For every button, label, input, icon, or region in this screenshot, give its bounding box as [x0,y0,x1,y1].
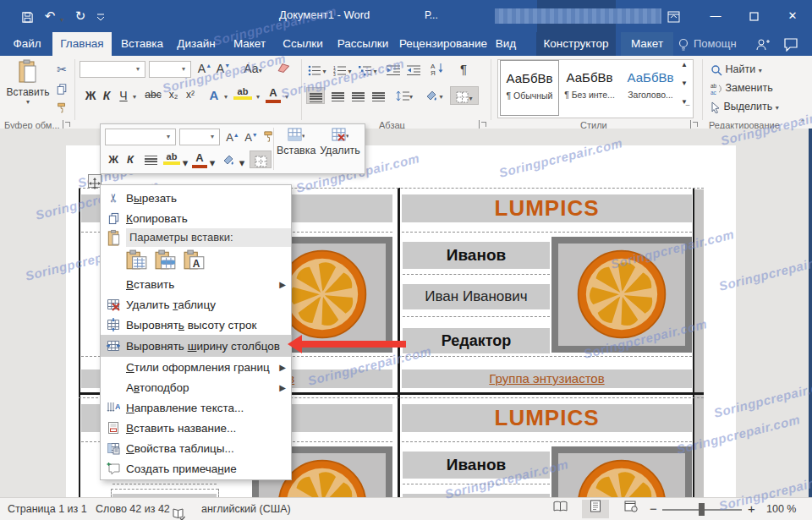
change-case-button[interactable]: Аа▾ [240,62,266,75]
line-spacing-button[interactable]: ▾ [392,88,416,101]
tab-view[interactable]: Вид [489,32,523,56]
bullets-button[interactable]: ▾ [306,63,328,76]
zoom-slider-handle[interactable] [699,503,705,516]
tab-file[interactable]: Файл [5,32,49,56]
paste-merge-table-icon[interactable] [155,249,178,271]
italic-button[interactable]: К [100,89,113,102]
mini-shading-dropdown-icon[interactable]: ▾ [238,156,246,169]
decrease-indent-button[interactable] [384,63,403,76]
text-effects-dropdown-icon[interactable]: ▾ [222,93,230,101]
menu-item-insert[interactable]: Вставить▶ [101,274,291,294]
ribbon-display-options-button[interactable] [662,5,684,27]
mini-shading-button[interactable] [219,152,238,166]
paste-keep-formatting-icon[interactable] [126,249,149,271]
tab-table-layout[interactable]: Макет [621,32,673,56]
menu-item-new-comment[interactable]: Создать примечание [101,458,291,479]
menu-item-copy[interactable]: Копировать [101,208,291,228]
mini-align-button[interactable] [141,155,160,167]
font-size-combo[interactable]: ▾ [149,61,191,78]
mini-insert-table-button[interactable]: ▾ Вставка [277,128,315,156]
select-button[interactable]: Выделить ▾ [710,98,779,115]
superscript-button[interactable]: x² [183,89,198,101]
style-normal[interactable]: АаБбВв¶ Обычный [500,60,559,116]
mini-font-color-button[interactable]: А [192,151,207,168]
menu-item-distribute-rows[interactable]: Выровнять высоту строк [101,315,291,335]
mini-shrink-font-button[interactable]: А▼ [243,131,260,144]
redo-button[interactable]: ↻ [73,8,88,25]
tab-mailings[interactable]: Рассылки [330,32,396,56]
card-r1-c2-header[interactable]: LUMPICS [402,194,692,222]
mini-highlight-dropdown-icon[interactable]: ▾ [181,156,189,169]
paste-button[interactable]: Вставить ▾ [5,59,51,115]
close-button[interactable]: ✕ [782,5,804,27]
zoom-in-button[interactable]: + [748,498,755,520]
align-right-button[interactable] [348,90,367,104]
tab-home[interactable]: Главная [52,32,112,56]
share-icon[interactable] [755,36,771,52]
zoom-level[interactable]: 100 % [766,498,796,520]
tab-references[interactable]: Ссылки [277,32,328,56]
undo-dropdown-icon[interactable]: ▾ [58,12,66,29]
strikethrough-button[interactable]: abc [142,89,164,101]
zoom-out-button[interactable]: − [650,498,657,520]
card-r2-c2-orange-image[interactable] [551,446,692,497]
language-status[interactable]: английский (США) [201,498,291,520]
maximize-button[interactable] [743,5,765,27]
mini-format-painter-button[interactable] [260,129,277,143]
mini-italic-button[interactable]: К [123,153,137,166]
minimize-button[interactable]: — [705,5,727,27]
align-center-button[interactable] [328,90,347,104]
menu-item-delete-table[interactable]: Удалить таблицу [101,294,291,315]
card-r1-c2-group-link[interactable]: Группа энтузиастов [402,369,692,388]
clear-formatting-button[interactable] [272,62,293,75]
replace-button[interactable]: abac Заменить [710,79,773,96]
card-r1-c2-fullname[interactable]: Иван Иванович [403,284,550,309]
tell-me-lightbulb-icon[interactable] [677,36,690,52]
cut-button[interactable]: ✂ [52,63,71,76]
mini-borders-button[interactable] [250,151,272,168]
tell-me-label[interactable]: Помощн [694,37,737,50]
text-highlight-button[interactable]: ab [233,86,252,100]
menu-item-text-direction[interactable]: АНаправление текста... [101,397,291,418]
print-layout-button[interactable] [582,500,609,518]
word-count-status[interactable]: Слово 42 из 42 [96,498,170,520]
menu-item-insert-caption[interactable]: Вставить название... [101,418,291,438]
tab-insert[interactable]: Вставка [115,32,169,56]
copy-button[interactable] [52,81,71,96]
underline-button[interactable]: Ч [117,89,130,102]
mini-font-color-dropdown-icon[interactable]: ▾ [208,156,217,169]
font-color-dropdown-icon[interactable]: ▾ [283,93,291,101]
font-color-button[interactable]: А [266,86,281,103]
card-r1-c2-surname[interactable]: Иванов [403,242,550,269]
styles-more-icon[interactable]: ▼̲ [678,98,690,106]
menu-item-table-properties[interactable]: Свойства таблицы... [101,438,291,458]
menu-item-cut[interactable]: ✂Вырезать [101,188,291,208]
save-button[interactable] [19,8,36,25]
web-layout-button[interactable] [617,500,645,518]
mini-font-size-combo[interactable]: ▾ [179,129,220,145]
card-r1-c2-role[interactable]: Редактор [403,328,550,353]
tab-layout[interactable]: Макет [225,32,274,56]
tab-table-design[interactable]: Конструктор [536,32,616,56]
grow-font-button[interactable]: А▲ [196,62,213,75]
shrink-font-button[interactable]: А▼ [215,62,232,75]
multilevel-list-button[interactable]: ▾ [357,63,379,76]
menu-item-distribute-columns[interactable]: Выровнять ширину столбцов [101,335,291,357]
justify-button[interactable] [369,90,387,104]
format-painter-button[interactable] [52,100,71,114]
card-r2-c2-surname[interactable]: Иванов [403,452,550,479]
read-mode-button[interactable] [546,500,573,518]
styles-scroll-down-icon[interactable]: ▼ [678,79,690,87]
underline-dropdown-icon[interactable]: ▾ [130,93,139,101]
font-name-combo[interactable]: ▾ [80,61,145,78]
bold-button[interactable]: Ж [83,89,98,102]
style-heading[interactable]: АаБбВвЗаголово... [622,60,679,114]
text-effects-button[interactable]: А [206,88,222,102]
menu-item-border-styles[interactable]: Стили оформления границ▶ [101,357,291,377]
card-r2-c2-header[interactable]: LUMPICS [402,404,692,432]
customize-qat-button[interactable] [95,8,107,25]
mini-delete-table-button[interactable]: ▾ Удалить [319,128,361,156]
paste-text-only-icon[interactable]: A [184,249,206,271]
borders-button[interactable]: ▾ [450,86,479,105]
mini-bold-button[interactable]: Ж [106,153,121,166]
